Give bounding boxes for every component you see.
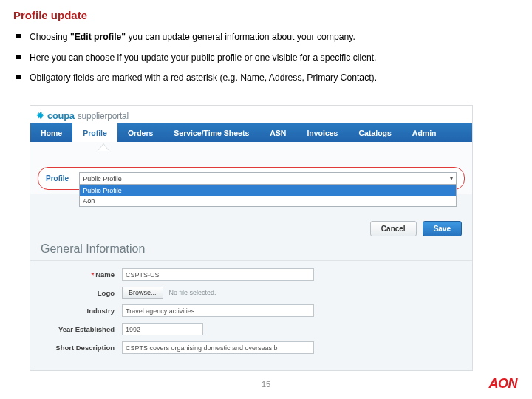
callout-tail-icon [98, 144, 109, 151]
input-industry[interactable]: Travel agency activities [122, 304, 314, 317]
slide-title: Profile update [13, 9, 87, 21]
gear-icon: ✹ [36, 111, 44, 120]
row-name: *Name CSPTS-US [41, 268, 462, 281]
profile-dropdown: Public Profile Aon [79, 185, 457, 207]
brand-bar: ✹ coupa supplierportal [30, 106, 472, 123]
tab-asn[interactable]: ASN [259, 123, 296, 142]
profile-select-value: Public Profile [83, 175, 122, 183]
input-short-description[interactable]: CSPTS covers organising domestic and ove… [122, 341, 314, 354]
bullet-text: Here you can choose if you update your p… [30, 52, 376, 63]
chevron-down-icon: ▾ [450, 175, 453, 182]
row-short-description: Short Description CSPTS covers organisin… [41, 341, 462, 354]
brand-coupa: coupa [47, 110, 75, 121]
label-industry: Industry [41, 307, 122, 315]
section-heading: General Information [30, 241, 472, 261]
profile-option-public[interactable]: Public Profile [80, 185, 456, 196]
bullet-text: you can update general information about… [126, 32, 355, 42]
page-number: 15 [0, 380, 532, 389]
cancel-button[interactable]: Cancel [370, 221, 417, 236]
label-short-description: Short Description [41, 344, 122, 352]
profile-select-wrap: Public Profile ▾ Public Profile Aon [79, 172, 457, 185]
profile-select-callout: Profile Public Profile ▾ Public Profile … [38, 167, 465, 190]
input-name[interactable]: CSPTS-US [122, 268, 314, 281]
bullet-item: Here you can choose if you update your p… [13, 52, 516, 65]
tab-invoices[interactable]: Invoices [296, 123, 348, 142]
aon-logo: AON [489, 376, 518, 392]
row-year: Year Established 1992 [41, 323, 462, 335]
label-year: Year Established [41, 325, 122, 333]
tab-service-time-sheets[interactable]: Service/Time Sheets [163, 123, 259, 142]
profile-select[interactable]: Public Profile ▾ [79, 172, 457, 185]
row-industry: Industry Travel agency activities [41, 304, 462, 317]
form-general-info: *Name CSPTS-US Logo Browse... No file se… [30, 261, 472, 370]
bullet-item: Choosing "Edit profile" you can update g… [13, 31, 516, 44]
tab-orders[interactable]: Orders [117, 123, 163, 142]
bullet-list: Choosing "Edit profile" you can update g… [13, 31, 516, 92]
screenshot-container: ✹ coupa supplierportal Home Profile Orde… [30, 105, 473, 371]
label-logo: Logo [41, 289, 122, 297]
brand-supplierportal: supplierportal [78, 111, 129, 121]
bullet-text: Obligatory fields are marked with a red … [30, 72, 377, 83]
profile-label: Profile [46, 174, 69, 183]
label-name: *Name [41, 270, 122, 279]
tab-home[interactable]: Home [30, 123, 72, 142]
tab-profile[interactable]: Profile [72, 123, 117, 142]
main-nav: Home Profile Orders Service/Time Sheets … [30, 123, 472, 142]
input-year[interactable]: 1992 [122, 323, 203, 335]
row-logo: Logo Browse... No file selected. [41, 287, 462, 299]
bullet-text: Choosing [30, 32, 70, 42]
file-status: No file selected. [169, 289, 216, 296]
profile-option-aon[interactable]: Aon [80, 196, 456, 206]
bullet-bold: "Edit profile" [70, 32, 126, 42]
tab-catalogs[interactable]: Catalogs [348, 123, 401, 142]
save-button[interactable]: Save [423, 221, 462, 236]
bullet-item: Obligatory fields are marked with a red … [13, 72, 516, 85]
browse-button[interactable]: Browse... [122, 287, 163, 299]
required-asterisk-icon: * [91, 270, 94, 279]
tab-admin[interactable]: Admin [402, 123, 447, 142]
